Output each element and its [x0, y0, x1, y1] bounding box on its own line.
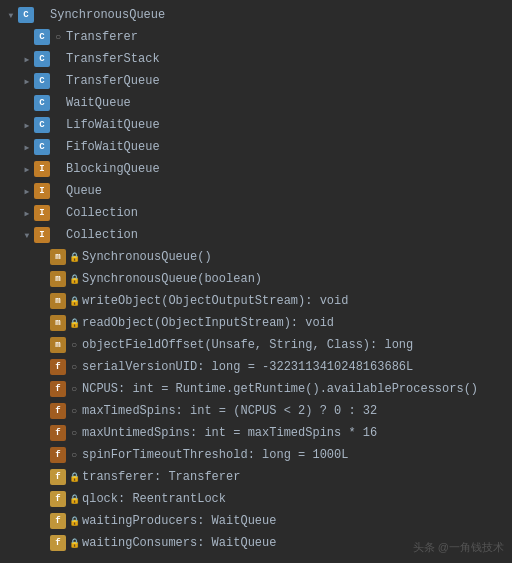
tree-item-synchronous-queue-root[interactable]: ▼ C SynchronousQueue [0, 4, 512, 26]
field-icon: f [50, 359, 66, 375]
circle-badge: ○ [68, 404, 80, 418]
lock-badge: 🔒 [68, 470, 80, 484]
tree-item-field-max-timed[interactable]: f ○ maxTimedSpins: int = (NCPUS < 2) ? 0… [0, 400, 512, 422]
tree-item-queue[interactable]: ▶ I Queue [0, 180, 512, 202]
arrow-collapsed: ▶ [20, 139, 34, 155]
tree-item-wait-queue[interactable]: C WaitQueue [0, 92, 512, 114]
arrow-collapsed: ▶ [20, 161, 34, 177]
item-label: LifoWaitQueue [66, 118, 160, 132]
field-fi-icon: f [50, 425, 66, 441]
item-label: Queue [66, 184, 102, 198]
circle-badge: ○ [52, 30, 64, 44]
item-label: Collection [66, 206, 138, 220]
lock-badge: 🔒 [68, 250, 80, 264]
tree-item-field-ncpus[interactable]: f ○ NCPUS: int = Runtime.getRuntime().av… [0, 378, 512, 400]
tree-item-fifo-wait-queue[interactable]: ▶ C FifoWaitQueue [0, 136, 512, 158]
arrow-collapsed: ▶ [20, 117, 34, 133]
tree-item-method-sq-bool[interactable]: m 🔒 SynchronousQueue(boolean) [0, 268, 512, 290]
item-label: BlockingQueue [66, 162, 160, 176]
tree-item-collection2[interactable]: ▼ I Collection [0, 224, 512, 246]
lock-badge: 🔒 [68, 294, 80, 308]
arrow-collapsed: ▶ [20, 73, 34, 89]
item-label: SynchronousQueue(boolean) [82, 272, 262, 286]
tree-item-transfer-queue[interactable]: ▶ C TransferQueue [0, 70, 512, 92]
arrow-expanded: ▼ [20, 227, 34, 243]
watermark: 头条 @一角钱技术 [413, 540, 504, 555]
tree-item-collection1[interactable]: ▶ I Collection [0, 202, 512, 224]
item-label: writeObject(ObjectOutputStream): void [82, 294, 348, 308]
method-icon: m [50, 271, 66, 287]
item-label: serialVersionUID: long = -32231134102481… [82, 360, 413, 374]
tree-item-transferer[interactable]: C ○ Transferer [0, 26, 512, 48]
circle-badge: ○ [68, 360, 80, 374]
arrow-expanded: ▼ [4, 7, 18, 23]
item-label: SynchronousQueue [50, 8, 165, 22]
tree-item-method-obj-field[interactable]: m ○ objectFieldOffset(Unsafe, String, Cl… [0, 334, 512, 356]
item-label: SynchronousQueue() [82, 250, 212, 264]
arrow-collapsed: ▶ [20, 51, 34, 67]
item-label: transferer: Transferer [82, 470, 240, 484]
lock-badge: 🔒 [68, 316, 80, 330]
method-icon: m [50, 293, 66, 309]
class-blue-icon: C [34, 139, 50, 155]
tree-item-transfer-stack[interactable]: ▶ C TransferStack [0, 48, 512, 70]
lock-badge: 🔒 [68, 272, 80, 286]
lock-badge: 🔒 [68, 536, 80, 550]
item-label: FifoWaitQueue [66, 140, 160, 154]
item-label: WaitQueue [66, 96, 131, 110]
circle-badge: ○ [68, 448, 80, 462]
method-icon: m [50, 315, 66, 331]
item-label: qlock: ReentrantLock [82, 492, 226, 506]
tree-item-method-read-obj[interactable]: m 🔒 readObject(ObjectInputStream): void [0, 312, 512, 334]
item-label: TransferStack [66, 52, 160, 66]
class-blue-icon: C [34, 73, 50, 89]
lock-badge: 🔒 [68, 514, 80, 528]
tree-item-field-waiting-prod[interactable]: f 🔒 waitingProducers: WaitQueue [0, 510, 512, 532]
tree-item-method-write-obj[interactable]: m 🔒 writeObject(ObjectOutputStream): voi… [0, 290, 512, 312]
lock-badge: 🔒 [68, 492, 80, 506]
field-fi-icon: f [50, 447, 66, 463]
method-icon: m [50, 337, 66, 353]
arrow-collapsed: ▶ [20, 183, 34, 199]
circle-badge: ○ [68, 382, 80, 396]
class-blue-icon: C [34, 117, 50, 133]
field-f-icon: f [50, 469, 66, 485]
class-orange-icon: I [34, 227, 50, 243]
tree-item-field-spin-timeout[interactable]: f ○ spinForTimeoutThreshold: long = 1000… [0, 444, 512, 466]
item-label: Collection [66, 228, 138, 242]
class-blue-icon: C [18, 7, 34, 23]
field-f-icon: f [50, 535, 66, 551]
tree-item-method-sq-noarg[interactable]: m 🔒 SynchronousQueue() [0, 246, 512, 268]
field-f-icon: f [50, 491, 66, 507]
item-label: maxTimedSpins: int = (NCPUS < 2) ? 0 : 3… [82, 404, 377, 418]
tree-item-field-transferer[interactable]: f 🔒 transferer: Transferer [0, 466, 512, 488]
item-label: TransferQueue [66, 74, 160, 88]
field-fi-icon: f [50, 403, 66, 419]
item-label: waitingProducers: WaitQueue [82, 514, 276, 528]
item-label: Transferer [66, 30, 138, 44]
item-label: NCPUS: int = Runtime.getRuntime().availa… [82, 382, 478, 396]
circle-badge: ○ [68, 426, 80, 440]
field-f-icon: f [50, 513, 66, 529]
item-label: objectFieldOffset(Unsafe, String, Class)… [82, 338, 413, 352]
class-orange-icon: I [34, 205, 50, 221]
class-blue-icon: C [34, 95, 50, 111]
tree-container: ▼ C SynchronousQueue C ○ Transferer ▶ C … [0, 0, 512, 558]
tree-item-field-serial[interactable]: f ○ serialVersionUID: long = -3223113410… [0, 356, 512, 378]
class-orange-icon: I [34, 161, 50, 177]
tree-item-lifo-wait-queue[interactable]: ▶ C LifoWaitQueue [0, 114, 512, 136]
field-fi-icon: f [50, 381, 66, 397]
item-label: waitingConsumers: WaitQueue [82, 536, 276, 550]
tree-item-blocking-queue[interactable]: ▶ I BlockingQueue [0, 158, 512, 180]
item-label: maxUntimedSpins: int = maxTimedSpins * 1… [82, 426, 377, 440]
arrow-collapsed: ▶ [20, 205, 34, 221]
method-icon: m [50, 249, 66, 265]
class-blue-icon: C [34, 51, 50, 67]
item-label: readObject(ObjectInputStream): void [82, 316, 334, 330]
class-blue-icon: C [34, 29, 50, 45]
tree-item-field-qlock[interactable]: f 🔒 qlock: ReentrantLock [0, 488, 512, 510]
tree-item-field-max-untimed[interactable]: f ○ maxUntimedSpins: int = maxTimedSpins… [0, 422, 512, 444]
circle-badge: ○ [68, 338, 80, 352]
item-label: spinForTimeoutThreshold: long = 1000L [82, 448, 348, 462]
class-orange-icon: I [34, 183, 50, 199]
